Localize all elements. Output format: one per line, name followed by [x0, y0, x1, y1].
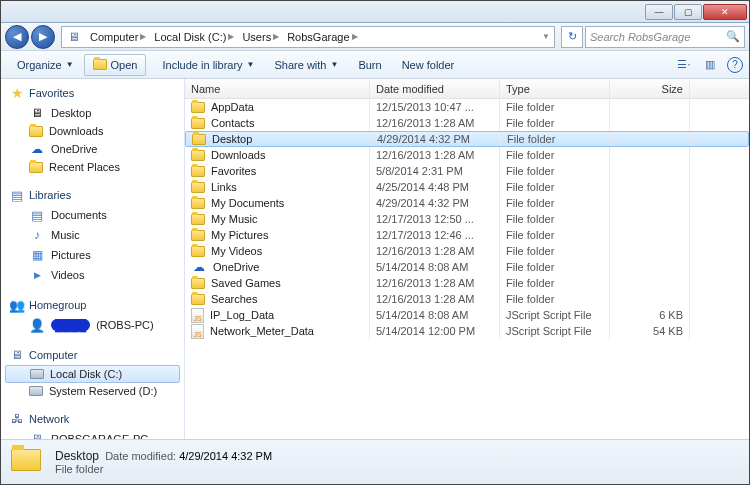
new-folder-button[interactable]: New folder — [392, 55, 465, 75]
breadcrumb-bar[interactable]: 🖥 Computer▶ Local Disk (C:)▶ Users▶ Robs… — [61, 26, 555, 48]
maximize-button[interactable]: ▢ — [674, 4, 702, 20]
sidebar-item-downloads[interactable]: Downloads — [1, 123, 184, 139]
computer-group: 🖥Computer Local Disk (C:) System Reserve… — [1, 345, 184, 399]
file-row[interactable]: My Music12/17/2013 12:50 ...File folder — [185, 211, 749, 227]
file-type: File folder — [500, 179, 610, 195]
favorites-header[interactable]: ★Favorites — [1, 83, 184, 103]
breadcrumb[interactable]: Users▶ — [238, 31, 283, 43]
column-header-row: Name Date modified Type Size — [185, 79, 749, 99]
sidebar-item-videos[interactable]: Videos — [1, 265, 184, 285]
folder-icon — [191, 102, 205, 113]
file-size — [610, 115, 690, 131]
refresh-button[interactable]: ↻ — [561, 26, 583, 48]
folder-icon — [191, 150, 205, 161]
file-type: File folder — [500, 275, 610, 291]
file-size — [610, 291, 690, 307]
file-type: File folder — [500, 211, 610, 227]
sidebar-item-music[interactable]: Music — [1, 225, 184, 245]
breadcrumb[interactable]: RobsGarage▶ — [283, 31, 361, 43]
close-button[interactable]: ✕ — [703, 4, 747, 20]
navigation-pane: ★Favorites 🖥Desktop Downloads OneDrive R… — [1, 79, 185, 439]
file-date: 5/8/2014 2:31 PM — [370, 163, 500, 179]
music-icon — [29, 227, 45, 243]
view-options-button[interactable]: ☰· — [675, 56, 693, 74]
file-row[interactable]: Saved Games12/16/2013 1:28 AMFile folder — [185, 275, 749, 291]
file-date: 4/29/2014 4:32 PM — [370, 195, 500, 211]
file-type: File folder — [500, 291, 610, 307]
burn-button[interactable]: Burn — [348, 55, 391, 75]
computer-header[interactable]: 🖥Computer — [1, 345, 184, 365]
file-type: File folder — [500, 243, 610, 259]
folder-icon — [191, 182, 205, 193]
breadcrumb[interactable]: Local Disk (C:)▶ — [150, 31, 238, 43]
file-row[interactable]: Favorites5/8/2014 2:31 PMFile folder — [185, 163, 749, 179]
file-date: 12/16/2013 1:28 AM — [370, 115, 500, 131]
file-date: 5/14/2014 12:00 PM — [370, 323, 500, 339]
drive-icon — [30, 369, 44, 379]
column-header-name[interactable]: Name — [185, 79, 370, 98]
forward-button[interactable]: ▶ — [31, 25, 55, 49]
file-row[interactable]: JSIP_Log_Data5/14/2014 8:08 AMJScript Sc… — [185, 307, 749, 323]
folder-icon — [191, 246, 205, 257]
network-group: 🖧Network 🖥ROBSGARAGE-PC 🖥ROBS-PC — [1, 409, 184, 439]
file-size — [610, 243, 690, 259]
sidebar-item-netpc1[interactable]: 🖥ROBSGARAGE-PC — [1, 429, 184, 439]
file-row[interactable]: Searches12/16/2013 1:28 AMFile folder — [185, 291, 749, 307]
network-header[interactable]: 🖧Network — [1, 409, 184, 429]
homegroup-header[interactable]: 👥Homegroup — [1, 295, 184, 315]
include-library-menu[interactable]: Include in library▼ — [152, 55, 264, 75]
file-row[interactable]: My Videos12/16/2013 1:28 AMFile folder — [185, 243, 749, 259]
sidebar-item-hgpc[interactable]: 👤████(ROBS-PC) — [1, 315, 184, 335]
file-name: AppData — [211, 101, 254, 113]
sidebar-item-pictures[interactable]: Pictures — [1, 245, 184, 265]
details-date-label: Date modified: — [105, 450, 176, 462]
minimize-button[interactable]: — — [645, 4, 673, 20]
back-button[interactable]: ◀ — [5, 25, 29, 49]
file-row[interactable]: Links4/25/2014 4:48 PMFile folder — [185, 179, 749, 195]
breadcrumb[interactable]: Computer▶ — [86, 31, 150, 43]
sidebar-item-desktop[interactable]: 🖥Desktop — [1, 103, 184, 123]
libraries-header[interactable]: ▤Libraries — [1, 185, 184, 205]
share-with-menu[interactable]: Share with▼ — [265, 55, 349, 75]
help-button[interactable]: ? — [727, 57, 743, 73]
file-row[interactable]: Desktop4/29/2014 4:32 PMFile folder — [185, 131, 749, 147]
file-type: File folder — [500, 147, 610, 163]
folder-icon — [191, 230, 205, 241]
file-row[interactable]: JSNetwork_Meter_Data5/14/2014 12:00 PMJS… — [185, 323, 749, 339]
open-button[interactable]: Open — [84, 54, 147, 76]
file-row[interactable]: AppData12/15/2013 10:47 ...File folder — [185, 99, 749, 115]
file-type: File folder — [500, 259, 610, 275]
file-row[interactable]: OneDrive5/14/2014 8:08 AMFile folder — [185, 259, 749, 275]
jscript-icon: JS — [191, 324, 204, 339]
file-type: JScript Script File — [500, 307, 610, 323]
file-type: JScript Script File — [500, 323, 610, 339]
file-size — [610, 259, 690, 275]
column-header-date[interactable]: Date modified — [370, 79, 500, 98]
file-row[interactable]: Downloads12/16/2013 1:28 AMFile folder — [185, 147, 749, 163]
favorites-group: ★Favorites 🖥Desktop Downloads OneDrive R… — [1, 83, 184, 175]
sidebar-item-recent[interactable]: Recent Places — [1, 159, 184, 175]
file-list: AppData12/15/2013 10:47 ...File folderCo… — [185, 99, 749, 439]
file-size — [611, 132, 691, 146]
file-row[interactable]: My Documents4/29/2014 4:32 PMFile folder — [185, 195, 749, 211]
drive-icon — [29, 386, 43, 396]
file-name: Searches — [211, 293, 257, 305]
file-date: 4/29/2014 4:32 PM — [371, 132, 501, 146]
column-header-size[interactable]: Size — [610, 79, 690, 98]
folder-icon — [191, 118, 205, 129]
chevron-down-icon[interactable]: ▼ — [542, 32, 550, 41]
network-icon: 🖧 — [9, 411, 25, 427]
sidebar-item-sysreserved-d[interactable]: System Reserved (D:) — [1, 383, 184, 399]
column-header-type[interactable]: Type — [500, 79, 610, 98]
file-size — [610, 211, 690, 227]
organize-menu[interactable]: Organize▼ — [7, 55, 84, 75]
file-row[interactable]: My Pictures12/17/2013 12:46 ...File fold… — [185, 227, 749, 243]
file-list-pane: Name Date modified Type Size AppData12/1… — [185, 79, 749, 439]
search-input[interactable]: Search RobsGarage 🔍 — [585, 26, 745, 48]
sidebar-item-onedrive[interactable]: OneDrive — [1, 139, 184, 159]
sidebar-item-localdisk-c[interactable]: Local Disk (C:) — [5, 365, 180, 383]
sidebar-item-documents[interactable]: ▤Documents — [1, 205, 184, 225]
preview-pane-button[interactable]: ▥ — [701, 56, 719, 74]
file-row[interactable]: Contacts12/16/2013 1:28 AMFile folder — [185, 115, 749, 131]
folder-icon — [192, 134, 206, 145]
